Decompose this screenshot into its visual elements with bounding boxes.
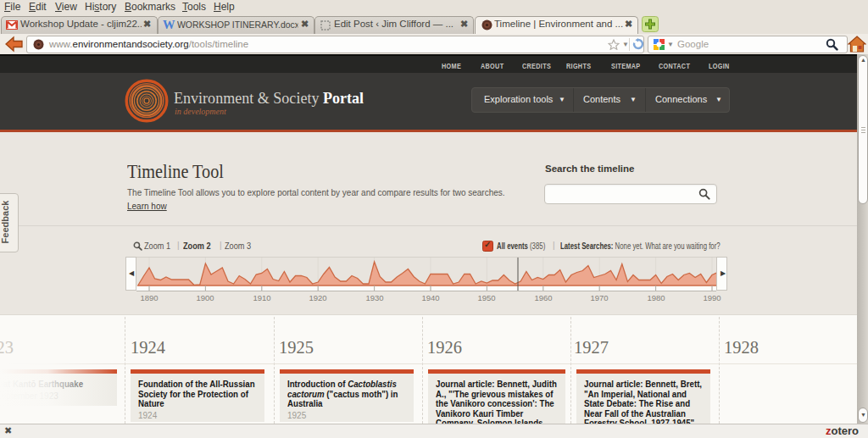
svg-text:W: W	[163, 19, 175, 30]
